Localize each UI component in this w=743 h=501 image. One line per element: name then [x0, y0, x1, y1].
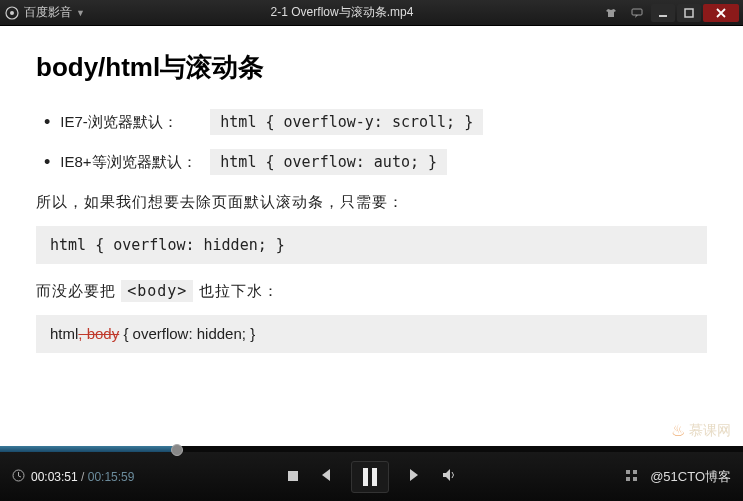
close-button[interactable]: [703, 4, 739, 22]
window-controls: [599, 4, 739, 22]
clock-icon: [12, 469, 25, 485]
flame-icon: ♨: [671, 421, 685, 440]
code-inline: html { overflow: auto; }: [210, 149, 447, 175]
prev-button[interactable]: [317, 467, 333, 487]
svg-rect-2: [632, 9, 642, 15]
svg-point-1: [10, 11, 14, 15]
text: 而没必要把: [36, 282, 121, 299]
svg-rect-7: [363, 468, 368, 486]
strike-text: , body: [78, 325, 119, 342]
code-block: html, body { overflow: hidden; }: [36, 315, 707, 353]
progress-bar[interactable]: [0, 446, 743, 452]
duration: 00:15:59: [88, 470, 135, 484]
minimize-button[interactable]: [651, 4, 675, 22]
comment-icon[interactable]: [625, 4, 649, 22]
bullet-list: IE7-浏览器默认： html { overflow-y: scroll; } …: [44, 109, 707, 175]
svg-rect-12: [633, 477, 637, 481]
titlebar: 百度影音 ▼ 2-1 Overflow与滚动条.mp4: [0, 0, 743, 26]
volume-button[interactable]: [441, 467, 457, 487]
time-sep: /: [78, 470, 88, 484]
playback-buttons: [287, 461, 457, 493]
svg-rect-11: [626, 477, 630, 481]
paragraph: 所以，如果我们想要去除页面默认滚动条，只需要：: [36, 193, 707, 212]
maximize-button[interactable]: [677, 4, 701, 22]
list-item: IE8+等浏览器默认： html { overflow: auto; }: [44, 149, 707, 175]
watermark-text: 慕课网: [689, 422, 731, 440]
control-row: 00:03:51 / 00:15:59 @51CTO博客: [0, 452, 743, 501]
bullet-label: IE7-浏览器默认：: [60, 113, 210, 132]
code-text: { overflow: hidden; }: [119, 325, 255, 342]
grid-icon[interactable]: [625, 469, 638, 485]
dropdown-icon[interactable]: ▼: [76, 8, 85, 18]
stop-button[interactable]: [287, 470, 299, 485]
code-inline: <body>: [121, 280, 193, 302]
svg-rect-10: [633, 470, 637, 474]
paragraph: 而没必要把 <body> 也拉下水：: [36, 282, 707, 301]
progress-fill: [0, 446, 178, 452]
svg-rect-6: [288, 471, 298, 481]
attribution: @51CTO博客: [650, 468, 731, 486]
next-button[interactable]: [407, 467, 423, 487]
bullet-label: IE8+等浏览器默认：: [60, 153, 210, 172]
svg-rect-4: [685, 9, 693, 17]
list-item: IE7-浏览器默认： html { overflow-y: scroll; }: [44, 109, 707, 135]
code-inline: html { overflow-y: scroll; }: [210, 109, 483, 135]
text: 也拉下水：: [193, 282, 278, 299]
shirt-icon[interactable]: [599, 4, 623, 22]
file-title: 2-1 Overflow与滚动条.mp4: [85, 4, 599, 21]
current-time: 00:03:51: [31, 470, 78, 484]
app-name: 百度影音: [24, 4, 72, 21]
code-text: html: [50, 325, 78, 342]
player-controls: 00:03:51 / 00:15:59 @51CTO博客: [0, 446, 743, 501]
video-content: body/html与滚动条 IE7-浏览器默认： html { overflow…: [0, 26, 743, 446]
watermark: ♨ 慕课网: [671, 421, 731, 440]
app-logo-icon: [4, 5, 20, 21]
right-controls: @51CTO博客: [625, 468, 731, 486]
code-block: html { overflow: hidden; }: [36, 226, 707, 264]
page-title: body/html与滚动条: [36, 50, 707, 85]
svg-rect-8: [372, 468, 377, 486]
svg-rect-3: [659, 15, 667, 17]
svg-rect-9: [626, 470, 630, 474]
pause-button[interactable]: [351, 461, 389, 493]
